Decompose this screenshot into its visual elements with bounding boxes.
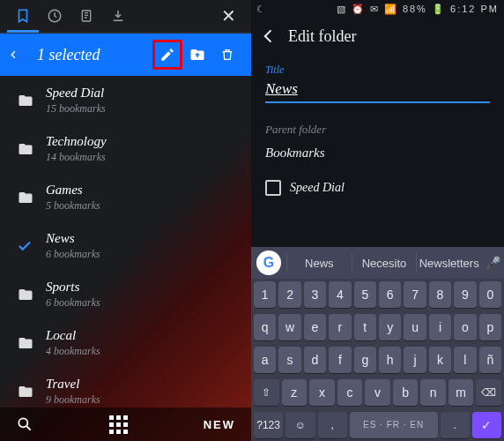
key-3[interactable]: 3 [304,281,326,308]
folder-icon [16,190,46,206]
status-icons: ▧ ⏰ ✉ 📶 88% 🔋 6:12 PM [337,4,499,15]
speed-dial-label: Speed Dial [290,181,345,195]
top-tabs: ✕ [0,0,251,34]
folder-list: Speed Dial15 bookmarks Technology14 book… [0,76,251,407]
list-item[interactable]: Sports6 bookmarks [0,270,251,318]
key-m[interactable]: m [448,379,474,406]
key-r[interactable]: r [329,314,351,340]
speed-dial-row[interactable]: Speed Dial [265,180,490,196]
mic-icon[interactable]: 🎤 [481,256,504,270]
close-button[interactable]: ✕ [212,0,244,32]
back-button[interactable] [260,27,278,45]
check-icon [16,238,46,254]
suggestion[interactable]: News [286,253,352,273]
key-.[interactable]: . [441,412,470,438]
folder-icon [16,93,46,108]
bottom-bar: NEW [0,407,251,441]
key-row: 1234567890 [251,279,504,311]
key-l[interactable]: l [454,347,476,373]
list-item[interactable]: Local4 bookmarks [0,318,251,367]
key-0[interactable]: 0 [479,281,501,308]
new-button[interactable]: NEW [204,418,235,431]
selection-bar: 1 selected [0,34,251,76]
tab-downloads[interactable] [102,0,134,32]
key-7[interactable]: 7 [404,281,426,308]
key-space[interactable]: ES · FR · EN [350,412,438,438]
key-⌫[interactable]: ⌫ [476,379,501,406]
back-button[interactable] [9,47,28,63]
key-q[interactable]: q [254,314,276,340]
list-item[interactable]: Speed Dial15 bookmarks [0,76,251,124]
tab-history[interactable] [39,0,70,32]
key-2[interactable]: 2 [278,281,300,308]
key-b[interactable]: b [393,379,419,406]
svg-point-2 [19,418,27,427]
key-e[interactable]: e [304,314,326,340]
key-y[interactable]: y [379,314,401,340]
list-item[interactable]: Technology14 bookmarks [0,124,251,173]
checkbox-icon[interactable] [265,180,281,196]
header-title: Edit folder [288,27,356,46]
key-?123[interactable]: ?123 [254,412,283,438]
key-p[interactable]: p [479,314,501,340]
moon-icon: ☾ [256,4,265,15]
key-9[interactable]: 9 [454,281,476,308]
suggestion[interactable]: Necesito [352,253,417,273]
key-row: qwertyuiop [251,311,504,344]
key-row: asdfghjklñ [251,344,504,377]
key-g[interactable]: g [354,347,376,373]
folder-icon [16,335,46,351]
bookmarks-pane: ✕ 1 selected Speed Dial15 bookmarks Tech… [0,0,251,441]
keyboard: G News Necesito Newsletters 🎤 1234567890… [251,247,504,441]
key-5[interactable]: 5 [354,281,376,308]
tab-saved[interactable] [70,0,102,32]
title-field[interactable] [265,77,490,103]
suggestion[interactable]: Newsletters [416,253,481,273]
key-row: ?123☺,ES · FR · EN.✓ [251,408,504,441]
key-d[interactable]: d [304,347,326,373]
folder-icon [16,384,46,400]
key-k[interactable]: k [429,347,451,373]
key-6[interactable]: 6 [379,281,401,308]
edit-form: Title Parent folder Bookmarks Speed Dial [251,55,504,196]
search-button[interactable] [16,415,33,433]
key-s[interactable]: s [278,347,300,373]
key-t[interactable]: t [354,314,376,340]
folder-icon [16,141,46,157]
move-button[interactable] [182,40,212,70]
delete-button[interactable] [212,40,242,70]
key-,[interactable]: , [318,412,347,438]
key-j[interactable]: j [404,347,426,373]
key-row: ⇧zxcvbnm⌫ [251,376,504,408]
key-a[interactable]: a [254,347,276,373]
key-⇧[interactable]: ⇧ [254,379,279,406]
google-icon[interactable]: G [256,250,281,275]
key-h[interactable]: h [379,347,401,373]
key-4[interactable]: 4 [329,281,351,308]
folder-icon [16,287,46,303]
key-v[interactable]: v [365,379,390,406]
key-z[interactable]: z [282,379,308,406]
key-☺[interactable]: ☺ [285,412,315,438]
list-item[interactable]: Travel9 bookmarks [0,367,251,407]
key-w[interactable]: w [278,314,300,340]
key-u[interactable]: u [404,314,426,340]
key-x[interactable]: x [309,379,335,406]
list-item[interactable]: News6 bookmarks [0,221,251,270]
key-✓[interactable]: ✓ [472,412,501,438]
key-i[interactable]: i [429,314,451,340]
key-1[interactable]: 1 [254,281,276,308]
key-f[interactable]: f [329,347,351,373]
edit-button[interactable] [152,40,182,70]
list-item[interactable]: Games5 bookmarks [0,173,251,221]
tab-bookmarks[interactable] [7,1,39,33]
key-ñ[interactable]: ñ [479,347,501,373]
key-o[interactable]: o [454,314,476,340]
selection-count: 1 selected [37,46,100,64]
key-n[interactable]: n [420,379,446,406]
edit-folder-pane: ☾ ▧ ⏰ ✉ 📶 88% 🔋 6:12 PM Edit folder Titl… [251,0,504,441]
apps-button[interactable] [109,415,128,434]
parent-value[interactable]: Bookmarks [265,146,490,161]
key-8[interactable]: 8 [429,281,451,308]
key-c[interactable]: c [337,379,363,406]
